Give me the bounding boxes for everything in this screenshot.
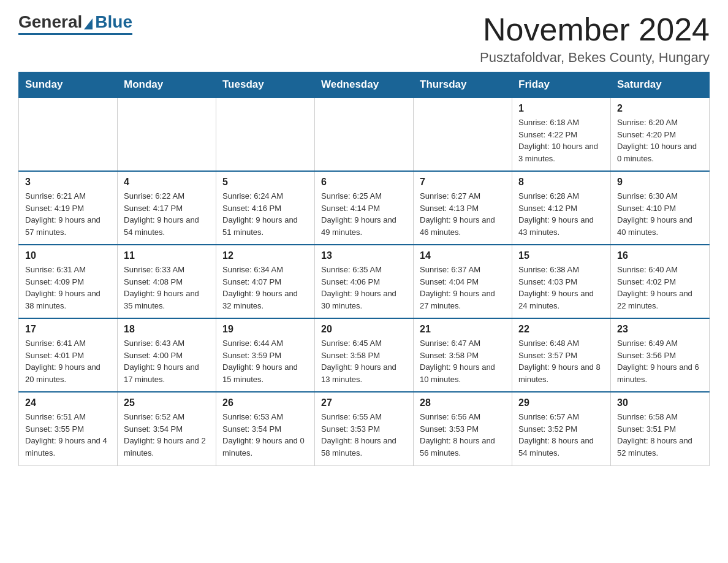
day-info: Sunrise: 6:47 AM Sunset: 3:58 PM Dayligh… — [420, 337, 506, 385]
day-info: Sunrise: 6:57 AM Sunset: 3:52 PM Dayligh… — [518, 411, 604, 459]
day-number: 7 — [420, 177, 506, 188]
day-info: Sunrise: 6:31 AM Sunset: 4:09 PM Dayligh… — [25, 264, 111, 312]
calendar-cell: 6Sunrise: 6:25 AM Sunset: 4:14 PM Daylig… — [315, 171, 414, 245]
day-info: Sunrise: 6:20 AM Sunset: 4:20 PM Dayligh… — [617, 117, 703, 164]
day-number: 23 — [617, 324, 703, 335]
calendar-week-5: 24Sunrise: 6:51 AM Sunset: 3:55 PM Dayli… — [19, 392, 710, 465]
day-info: Sunrise: 6:24 AM Sunset: 4:16 PM Dayligh… — [222, 190, 308, 238]
day-info: Sunrise: 6:58 AM Sunset: 3:51 PM Dayligh… — [617, 411, 703, 459]
day-number: 17 — [25, 324, 111, 335]
calendar-cell: 13Sunrise: 6:35 AM Sunset: 4:06 PM Dayli… — [315, 245, 414, 318]
day-info: Sunrise: 6:25 AM Sunset: 4:14 PM Dayligh… — [321, 190, 407, 238]
calendar-cell: 15Sunrise: 6:38 AM Sunset: 4:03 PM Dayli… — [512, 245, 611, 318]
day-info: Sunrise: 6:44 AM Sunset: 3:59 PM Dayligh… — [222, 337, 308, 385]
day-number: 22 — [518, 324, 604, 335]
calendar-cell: 18Sunrise: 6:43 AM Sunset: 4:00 PM Dayli… — [118, 318, 216, 392]
calendar-cell — [19, 98, 118, 171]
calendar-cell: 29Sunrise: 6:57 AM Sunset: 3:52 PM Dayli… — [512, 392, 611, 465]
day-info: Sunrise: 6:37 AM Sunset: 4:04 PM Dayligh… — [420, 264, 506, 312]
calendar-week-1: 1Sunrise: 6:18 AM Sunset: 4:22 PM Daylig… — [19, 98, 710, 171]
day-number: 30 — [617, 397, 703, 408]
day-number: 13 — [321, 250, 407, 261]
calendar-cell: 12Sunrise: 6:34 AM Sunset: 4:07 PM Dayli… — [216, 245, 315, 318]
day-number: 25 — [124, 397, 210, 408]
day-number: 5 — [222, 177, 308, 188]
calendar-cell — [315, 98, 414, 171]
day-info: Sunrise: 6:35 AM Sunset: 4:06 PM Dayligh… — [321, 264, 407, 312]
calendar-cell: 8Sunrise: 6:28 AM Sunset: 4:12 PM Daylig… — [512, 171, 611, 245]
calendar-cell: 3Sunrise: 6:21 AM Sunset: 4:19 PM Daylig… — [19, 171, 118, 245]
calendar-cell — [216, 98, 315, 171]
calendar-cell: 25Sunrise: 6:52 AM Sunset: 3:54 PM Dayli… — [118, 392, 216, 465]
calendar-cell: 26Sunrise: 6:53 AM Sunset: 3:54 PM Dayli… — [216, 392, 315, 465]
day-number: 12 — [222, 250, 308, 261]
day-number: 4 — [124, 177, 210, 188]
location-title: Pusztafoldvar, Bekes County, Hungary — [480, 50, 710, 66]
day-info: Sunrise: 6:22 AM Sunset: 4:17 PM Dayligh… — [124, 190, 210, 238]
weekday-header-saturday: Saturday — [611, 72, 710, 98]
day-number: 18 — [124, 324, 210, 335]
calendar-week-2: 3Sunrise: 6:21 AM Sunset: 4:19 PM Daylig… — [19, 171, 710, 245]
day-info: Sunrise: 6:49 AM Sunset: 3:56 PM Dayligh… — [617, 337, 703, 385]
day-info: Sunrise: 6:18 AM Sunset: 4:22 PM Dayligh… — [518, 117, 604, 164]
weekday-header-thursday: Thursday — [414, 72, 512, 98]
day-number: 26 — [222, 397, 308, 408]
weekday-header-friday: Friday — [512, 72, 611, 98]
day-info: Sunrise: 6:40 AM Sunset: 4:02 PM Dayligh… — [617, 264, 703, 312]
day-info: Sunrise: 6:43 AM Sunset: 4:00 PM Dayligh… — [124, 337, 210, 385]
day-number: 9 — [617, 177, 703, 188]
day-number: 16 — [617, 250, 703, 261]
calendar-cell: 22Sunrise: 6:48 AM Sunset: 3:57 PM Dayli… — [512, 318, 611, 392]
day-number: 2 — [617, 103, 703, 114]
calendar-cell: 1Sunrise: 6:18 AM Sunset: 4:22 PM Daylig… — [512, 98, 611, 171]
day-info: Sunrise: 6:41 AM Sunset: 4:01 PM Dayligh… — [25, 337, 111, 385]
weekday-header-wednesday: Wednesday — [315, 72, 414, 98]
calendar-cell: 24Sunrise: 6:51 AM Sunset: 3:55 PM Dayli… — [19, 392, 118, 465]
day-number: 8 — [518, 177, 604, 188]
calendar-cell: 17Sunrise: 6:41 AM Sunset: 4:01 PM Dayli… — [19, 318, 118, 392]
day-number: 19 — [222, 324, 308, 335]
day-info: Sunrise: 6:45 AM Sunset: 3:58 PM Dayligh… — [321, 337, 407, 385]
day-info: Sunrise: 6:52 AM Sunset: 3:54 PM Dayligh… — [124, 411, 210, 459]
day-number: 14 — [420, 250, 506, 261]
day-info: Sunrise: 6:55 AM Sunset: 3:53 PM Dayligh… — [321, 411, 407, 459]
calendar-cell: 14Sunrise: 6:37 AM Sunset: 4:04 PM Dayli… — [414, 245, 512, 318]
day-info: Sunrise: 6:38 AM Sunset: 4:03 PM Dayligh… — [518, 264, 604, 312]
calendar-cell: 21Sunrise: 6:47 AM Sunset: 3:58 PM Dayli… — [414, 318, 512, 392]
day-number: 24 — [25, 397, 111, 408]
calendar-cell: 30Sunrise: 6:58 AM Sunset: 3:51 PM Dayli… — [611, 392, 710, 465]
logo-general-text: General — [18, 12, 82, 32]
calendar-cell: 23Sunrise: 6:49 AM Sunset: 3:56 PM Dayli… — [611, 318, 710, 392]
day-info: Sunrise: 6:56 AM Sunset: 3:53 PM Dayligh… — [420, 411, 506, 459]
day-number: 15 — [518, 250, 604, 261]
calendar-cell: 11Sunrise: 6:33 AM Sunset: 4:08 PM Dayli… — [118, 245, 216, 318]
day-number: 3 — [25, 177, 111, 188]
calendar-cell: 9Sunrise: 6:30 AM Sunset: 4:10 PM Daylig… — [611, 171, 710, 245]
calendar-cell: 4Sunrise: 6:22 AM Sunset: 4:17 PM Daylig… — [118, 171, 216, 245]
weekday-header-tuesday: Tuesday — [216, 72, 315, 98]
calendar-cell: 27Sunrise: 6:55 AM Sunset: 3:53 PM Dayli… — [315, 392, 414, 465]
day-info: Sunrise: 6:48 AM Sunset: 3:57 PM Dayligh… — [518, 337, 604, 385]
day-info: Sunrise: 6:21 AM Sunset: 4:19 PM Dayligh… — [25, 190, 111, 238]
day-number: 1 — [518, 103, 604, 114]
weekday-header-monday: Monday — [118, 72, 216, 98]
calendar-cell: 10Sunrise: 6:31 AM Sunset: 4:09 PM Dayli… — [19, 245, 118, 318]
day-info: Sunrise: 6:34 AM Sunset: 4:07 PM Dayligh… — [222, 264, 308, 312]
calendar-cell: 5Sunrise: 6:24 AM Sunset: 4:16 PM Daylig… — [216, 171, 315, 245]
title-section: November 2024 Pusztafoldvar, Bekes Count… — [480, 12, 710, 66]
day-info: Sunrise: 6:27 AM Sunset: 4:13 PM Dayligh… — [420, 190, 506, 238]
day-info: Sunrise: 6:51 AM Sunset: 3:55 PM Dayligh… — [25, 411, 111, 459]
day-info: Sunrise: 6:28 AM Sunset: 4:12 PM Dayligh… — [518, 190, 604, 238]
logo-blue-text: Blue — [95, 12, 132, 32]
calendar-cell: 7Sunrise: 6:27 AM Sunset: 4:13 PM Daylig… — [414, 171, 512, 245]
calendar-cell: 19Sunrise: 6:44 AM Sunset: 3:59 PM Dayli… — [216, 318, 315, 392]
calendar-week-4: 17Sunrise: 6:41 AM Sunset: 4:01 PM Dayli… — [19, 318, 710, 392]
calendar-week-3: 10Sunrise: 6:31 AM Sunset: 4:09 PM Dayli… — [19, 245, 710, 318]
calendar-cell: 16Sunrise: 6:40 AM Sunset: 4:02 PM Dayli… — [611, 245, 710, 318]
day-info: Sunrise: 6:33 AM Sunset: 4:08 PM Dayligh… — [124, 264, 210, 312]
weekday-header-sunday: Sunday — [19, 72, 118, 98]
day-number: 27 — [321, 397, 407, 408]
logo: General Blue — [18, 12, 132, 35]
calendar-table: SundayMondayTuesdayWednesdayThursdayFrid… — [18, 72, 710, 466]
calendar-cell — [118, 98, 216, 171]
